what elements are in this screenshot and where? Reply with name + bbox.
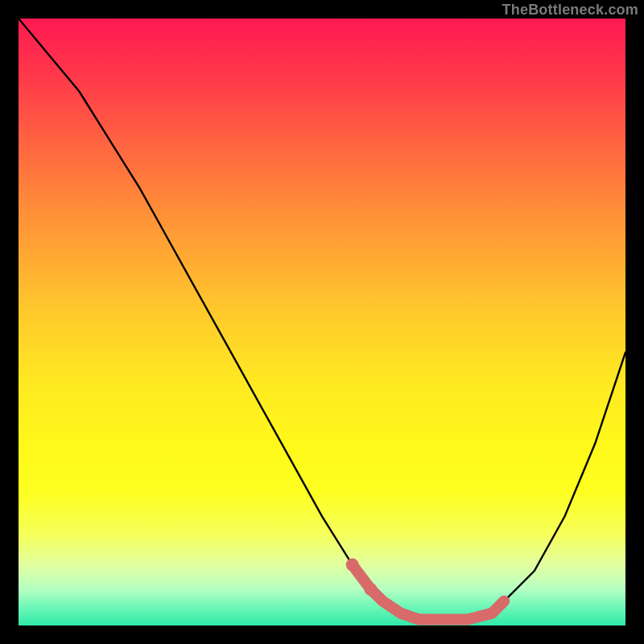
plot-area bbox=[19, 19, 625, 625]
highlight-dots-layer bbox=[19, 19, 625, 625]
chart-frame: TheBottleneck.com bbox=[0, 0, 644, 644]
watermark-text: TheBottleneck.com bbox=[502, 2, 638, 19]
highlight-dot bbox=[364, 583, 377, 596]
highlight-dot bbox=[346, 559, 359, 572]
